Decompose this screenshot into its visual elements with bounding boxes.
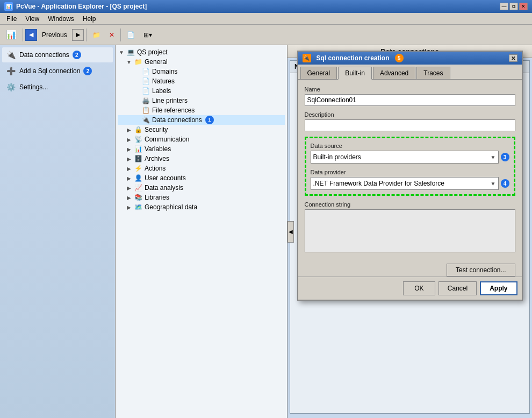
back-arrow-btn[interactable]: ◀ [25, 29, 37, 41]
tree-label-root: QS project [137, 48, 168, 56]
name-label: Name [305, 86, 515, 93]
description-input[interactable] [305, 119, 515, 131]
add-sql-badge: 2 [83, 67, 92, 75]
tree-expander-root[interactable]: ▼ [118, 48, 125, 56]
tab-general-label: General [307, 69, 330, 77]
tree-icon-libraries: 📚 [134, 193, 142, 202]
tree-item-variables[interactable]: ▶ 📊 Variables [118, 144, 285, 154]
tree-icon-line-printers: 🖨️ [141, 96, 150, 105]
tree-expander-communication[interactable]: ▶ [125, 136, 133, 143]
tree-expander-actions[interactable]: ▶ [125, 165, 133, 172]
tree-item-file-references[interactable]: 📋 File references [118, 105, 285, 115]
tree-item-data-connections[interactable]: 🔌 Data connections 1 [118, 115, 285, 125]
tree-expander-geographical-data[interactable]: ▶ [125, 203, 133, 211]
forward-arrow-btn[interactable]: ▶ [72, 29, 84, 41]
tree-item-natures[interactable]: 📄 Natures [118, 76, 285, 86]
menu-help[interactable]: Help [78, 14, 100, 24]
menu-file[interactable]: File [2, 14, 21, 24]
tab-builtin[interactable]: Built-in [338, 67, 372, 80]
left-item-data-connections[interactable]: 🔌 Data connections 2 [2, 47, 113, 62]
collapse-btn[interactable]: ◀ [287, 221, 294, 243]
tree-expander-general[interactable]: ▼ [125, 58, 133, 66]
name-input[interactable] [305, 94, 515, 106]
description-form-group: Description [305, 111, 515, 131]
tree-item-security[interactable]: ▶ 🔒 Security [118, 125, 285, 134]
menu-windows[interactable]: Windows [44, 14, 78, 24]
tree-expander-user-accounts[interactable]: ▶ [125, 174, 133, 182]
minimize-btn[interactable]: — [500, 3, 508, 10]
grid-btn[interactable]: ⊞▾ [140, 27, 156, 43]
left-item-settings[interactable]: ⚙️ Settings... [2, 80, 113, 95]
tree-item-actions[interactable]: ▶ ⚡ Actions [118, 164, 285, 173]
tree-label-variables: Variables [145, 145, 171, 153]
left-item-add-sql[interactable]: ➕ Add a Sql connection 2 [2, 63, 113, 79]
tree-icon-security: 🔒 [134, 125, 142, 134]
toolbar-sep3 [120, 29, 121, 41]
stop-btn[interactable]: ✕ [105, 27, 118, 43]
tree-item-data-analysis[interactable]: ▶ 📈 Data analysis [118, 183, 285, 193]
data-provider-value: .NET Framework Data Provider for Salesfo… [313, 180, 445, 187]
tree-item-labels[interactable]: 📄 Labels [118, 86, 285, 96]
sql-dialog-tabs: General Built-in Advanced Traces [298, 65, 522, 80]
step-5-badge: 5 [395, 54, 404, 62]
sql-dialog-title-bar: 🔌 Sql connection creation 5 ✕ [298, 52, 522, 65]
window-controls: — ⧉ ✕ [500, 3, 528, 10]
ok-btn[interactable]: OK [403, 281, 435, 295]
tree-item-libraries[interactable]: ▶ 📚 Libraries [118, 193, 285, 202]
tab-advanced[interactable]: Advanced [373, 67, 415, 79]
tree-icon-variables: 📊 [134, 145, 142, 153]
tree-item-geographical-data[interactable]: ▶ 🗺️ Geographical data [118, 202, 285, 212]
sql-dialog-close-btn[interactable]: ✕ [509, 54, 517, 62]
previous-btn[interactable]: Previous [38, 27, 71, 43]
tree-item-communication[interactable]: ▶ 📡 Communication [118, 134, 285, 144]
connection-string-textarea[interactable] [305, 209, 515, 252]
tree-label-communication: Communication [145, 136, 189, 143]
tree-item-line-printers[interactable]: 🖨️ Line printers [118, 96, 285, 105]
tree-label-natures: Natures [152, 77, 175, 85]
app-logo-btn[interactable]: 📊 [2, 27, 20, 43]
toolbar: 📊 ◀ Previous ▶ 📁 ✕ 📄 ⊞▾ [0, 25, 532, 45]
data-provider-form-group: Data provider .NET Framework Data Provid… [311, 169, 509, 190]
data-connections-icon: 🔌 [5, 49, 16, 60]
new-btn[interactable]: 📄 [123, 27, 139, 43]
cancel-btn[interactable]: Cancel [438, 281, 477, 295]
connection-string-form-group: Connection string [305, 201, 515, 254]
tree-icon-general: 📁 [134, 58, 142, 66]
tree-icon-labels: 📄 [141, 87, 150, 95]
test-connection-btn[interactable]: Test connection... [447, 264, 515, 277]
data-provider-select[interactable]: .NET Framework Data Provider for Salesfo… [311, 177, 499, 190]
tree-item-general[interactable]: ▼ 📁 General [118, 57, 285, 67]
tree-item-domains[interactable]: 📄 Domains [118, 67, 285, 76]
maximize-btn[interactable]: ⧉ [509, 3, 518, 10]
tree-label-geographical-data: Geographical data [145, 203, 197, 211]
close-btn[interactable]: ✕ [519, 3, 528, 10]
tree-expander-file-references [133, 107, 140, 114]
tree-item-root[interactable]: ▼ 💻 QS project [118, 47, 285, 57]
sql-dialog-footer: OK Cancel Apply [298, 277, 522, 300]
tree-item-archives[interactable]: ▶ 🗄️ Archives [118, 154, 285, 164]
tree-expander-data-analysis[interactable]: ▶ [125, 184, 133, 192]
tree-expander-security[interactable]: ▶ [125, 126, 133, 133]
menu-view[interactable]: View [21, 14, 44, 24]
sql-dialog-content: Name Description Data source [298, 80, 522, 266]
sql-dialog-title-text: Sql connection creation [317, 54, 390, 62]
tree-item-user-accounts[interactable]: ▶ 👤 User accounts [118, 173, 285, 183]
tab-traces[interactable]: Traces [416, 67, 450, 79]
step-3-badge: 3 [501, 153, 509, 161]
tab-general[interactable]: General [300, 67, 337, 79]
tree-label-archives: Archives [145, 155, 169, 162]
left-item-data-connections-label: Data connections [19, 51, 69, 59]
folder-btn[interactable]: 📁 [89, 27, 104, 43]
tree-expander-archives[interactable]: ▶ [125, 155, 133, 162]
tree-expander-variables[interactable]: ▶ [125, 145, 133, 153]
tree-expander-libraries[interactable]: ▶ [125, 194, 133, 201]
tree-icon-data-analysis: 📈 [134, 183, 142, 192]
tree-label-labels: Labels [152, 87, 171, 95]
data-source-select[interactable]: Built-in providers ▼ [311, 151, 499, 164]
data-source-label: Data source [311, 143, 509, 149]
tree-label-actions: Actions [145, 165, 166, 172]
step-4-badge: 4 [501, 179, 509, 188]
name-form-group: Name [305, 86, 515, 106]
apply-btn[interactable]: Apply [480, 281, 517, 295]
connection-string-label: Connection string [305, 201, 515, 208]
